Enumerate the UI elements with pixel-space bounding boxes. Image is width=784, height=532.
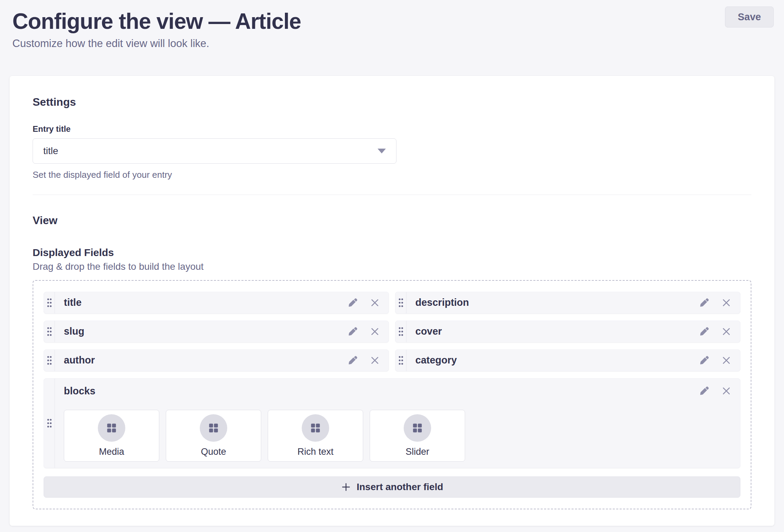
component-icon-circle: [302, 414, 329, 442]
component-icon-circle: [404, 414, 431, 442]
component-card[interactable]: Rich text: [268, 410, 363, 462]
field-card[interactable]: category: [395, 349, 740, 371]
component-card[interactable]: Quote: [166, 410, 261, 462]
drag-handle[interactable]: [44, 321, 55, 342]
entry-title-select[interactable]: title: [33, 138, 396, 164]
section-divider: [33, 195, 751, 195]
remove-field-button[interactable]: [721, 385, 732, 396]
remove-field-button[interactable]: [369, 326, 380, 337]
components-row: Media Quote Rich text: [64, 410, 732, 462]
caret-down-icon: [378, 149, 386, 153]
fields-dropzone: title description: [33, 280, 751, 509]
field-content: title: [55, 292, 389, 313]
drag-handle-icon: [46, 298, 53, 308]
field-content: slug: [55, 321, 389, 342]
edit-field-button[interactable]: [699, 297, 710, 308]
component-label: Media: [99, 447, 124, 457]
displayed-fields-label: Displayed Fields: [33, 246, 751, 259]
drag-handle[interactable]: [395, 321, 406, 342]
pencil-icon: [699, 298, 710, 308]
field-content: author: [55, 350, 389, 371]
field-name: category: [415, 355, 699, 366]
field-content: cover: [406, 321, 740, 342]
x-icon: [370, 326, 380, 337]
drag-handle[interactable]: [395, 292, 406, 313]
edit-field-button[interactable]: [347, 355, 358, 366]
save-button[interactable]: Save: [725, 7, 774, 27]
drag-handle[interactable]: [44, 292, 55, 313]
component-card[interactable]: Slider: [370, 410, 465, 462]
component-icon-circle: [200, 414, 227, 442]
blocks-content: blocks Media: [55, 379, 740, 468]
plus-icon: [341, 482, 351, 492]
insert-field-button[interactable]: Insert another field: [44, 476, 740, 498]
field-card[interactable]: author: [44, 349, 389, 371]
drag-handle[interactable]: [395, 350, 406, 371]
field-card[interactable]: description: [395, 292, 740, 314]
pencil-icon: [348, 326, 358, 337]
component-icon-circle: [98, 414, 125, 442]
edit-field-button[interactable]: [699, 385, 710, 396]
edit-field-button[interactable]: [699, 355, 710, 366]
field-card[interactable]: slug: [44, 321, 389, 343]
insert-field-label: Insert another field: [357, 482, 443, 493]
component-card[interactable]: Media: [64, 410, 159, 462]
field-content: category: [406, 350, 740, 371]
field-name: slug: [64, 326, 347, 337]
remove-field-button[interactable]: [721, 326, 732, 337]
component-label: Rich text: [297, 447, 333, 457]
entry-title-hint: Set the displayed field of your entry: [33, 169, 751, 180]
field-name: cover: [415, 326, 699, 337]
entry-title-label: Entry title: [33, 124, 751, 134]
drag-handle[interactable]: [44, 350, 55, 371]
pencil-icon: [348, 298, 358, 308]
x-icon: [370, 298, 380, 308]
pencil-icon: [348, 355, 358, 366]
blocks-head: blocks: [64, 385, 732, 397]
page-header: Configure the view — Article Customize h…: [0, 0, 784, 50]
component-grid-icon: [310, 422, 321, 434]
field-card[interactable]: title: [44, 292, 389, 314]
x-icon: [721, 355, 731, 366]
drag-handle[interactable]: [44, 379, 55, 468]
drag-handle-icon: [46, 355, 53, 366]
field-card-blocks[interactable]: blocks Media: [44, 378, 740, 468]
drag-handle-icon: [46, 326, 53, 337]
x-icon: [721, 298, 731, 308]
field-card[interactable]: cover: [395, 321, 740, 343]
drag-handle-icon: [397, 355, 404, 366]
component-grid-icon: [106, 422, 117, 434]
remove-field-button[interactable]: [721, 355, 732, 366]
fields-grid: title description: [44, 292, 740, 468]
component-label: Quote: [201, 447, 226, 457]
remove-field-button[interactable]: [721, 297, 732, 308]
component-grid-icon: [412, 422, 423, 434]
component-grid-icon: [208, 422, 219, 434]
drag-handle-icon: [46, 418, 53, 428]
pencil-icon: [699, 355, 710, 366]
entry-title-select-value: title: [43, 146, 58, 157]
field-name: title: [64, 297, 347, 308]
x-icon: [721, 386, 731, 396]
drag-handle-icon: [397, 298, 404, 308]
field-name: blocks: [64, 385, 699, 397]
edit-field-button[interactable]: [699, 326, 710, 337]
x-icon: [370, 355, 380, 366]
field-content: description: [406, 292, 740, 313]
pencil-icon: [699, 326, 710, 337]
view-heading: View: [33, 213, 751, 227]
field-name: description: [415, 297, 699, 308]
edit-field-button[interactable]: [347, 297, 358, 308]
displayed-fields-hint: Drag & drop the fields to build the layo…: [33, 261, 751, 273]
config-panel: Settings Entry title title Set the displ…: [10, 76, 774, 526]
field-name: author: [64, 355, 347, 366]
remove-field-button[interactable]: [369, 297, 380, 308]
page-subtitle: Customize how the edit view will look li…: [12, 37, 774, 50]
edit-field-button[interactable]: [347, 326, 358, 337]
x-icon: [721, 326, 731, 337]
pencil-icon: [699, 386, 710, 396]
remove-field-button[interactable]: [369, 355, 380, 366]
settings-heading: Settings: [33, 95, 751, 109]
page-title: Configure the view — Article: [12, 8, 774, 35]
drag-handle-icon: [397, 326, 404, 337]
